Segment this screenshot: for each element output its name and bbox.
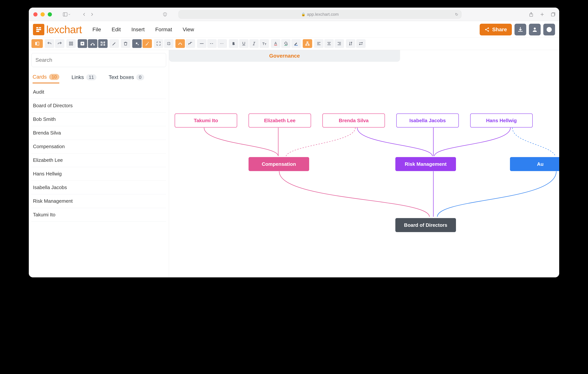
node-committee-audit[interactable]: Au — [510, 157, 559, 171]
nav-back-button[interactable] — [82, 12, 87, 17]
align-left-button[interactable] — [314, 39, 324, 48]
sort-vertical-button[interactable] — [346, 39, 355, 48]
tab-textboxes[interactable]: Text boxes 0 — [109, 74, 144, 83]
nav-forward-button[interactable] — [89, 12, 95, 17]
add-link-button[interactable] — [88, 39, 97, 48]
help-button[interactable] — [543, 24, 555, 35]
list-item[interactable]: Board of Directors — [32, 99, 166, 113]
sidebar-toggle-button[interactable] — [63, 12, 71, 17]
panel-toggle-button[interactable] — [32, 39, 43, 48]
line-dashed-button[interactable] — [207, 39, 217, 48]
tree-layout-button[interactable] — [303, 39, 312, 48]
node-board[interactable]: Board of Directors — [395, 218, 456, 232]
fill-color-button[interactable] — [281, 39, 291, 48]
card-list: Audit Board of Directors Bob Smith Brend… — [32, 85, 166, 222]
minimize-window-button[interactable] — [41, 12, 45, 16]
svg-rect-18 — [35, 42, 37, 45]
font-color-button[interactable] — [271, 39, 280, 48]
list-item[interactable]: Bob Smith — [32, 113, 166, 126]
auto-layout-button[interactable] — [132, 39, 142, 48]
refresh-button[interactable]: ↻ — [455, 12, 458, 17]
sidebar: Cards 10 Links 11 Text boxes 0 Audit Boa… — [29, 50, 169, 277]
delete-button[interactable] — [121, 39, 130, 48]
underline-button[interactable] — [239, 39, 249, 48]
line-dotted-button[interactable] — [218, 39, 227, 48]
svg-point-30 — [101, 44, 102, 45]
node-person-isabella[interactable]: Isabella Jacobs — [396, 114, 459, 128]
document-title-tab[interactable]: Governance — [169, 50, 400, 62]
border-color-button[interactable] — [291, 39, 301, 48]
share-button[interactable]: Share — [480, 24, 512, 35]
fullscreen-button[interactable] — [154, 39, 163, 48]
connector-elbow-button[interactable] — [186, 39, 195, 48]
align-right-button[interactable] — [335, 39, 344, 48]
svg-point-39 — [287, 44, 288, 45]
tabs-overview-button[interactable] — [550, 12, 556, 17]
menu-edit[interactable]: Edit — [112, 27, 121, 32]
align-center-button[interactable] — [324, 39, 334, 48]
sort-horizontal-button[interactable] — [356, 39, 366, 48]
share-page-button[interactable] — [528, 12, 534, 17]
fit-screen-button[interactable] — [164, 39, 174, 48]
node-person-brenda[interactable]: Brenda Silva — [322, 114, 385, 128]
node-committee-risk[interactable]: Risk Management — [395, 157, 456, 171]
text-size-button[interactable] — [260, 39, 269, 48]
close-window-button[interactable] — [33, 12, 38, 16]
list-item[interactable]: Isabella Jacobs — [32, 181, 166, 194]
edit-button[interactable] — [109, 39, 119, 48]
maximize-window-button[interactable] — [48, 12, 52, 16]
menu-view[interactable]: View — [183, 27, 194, 32]
add-textbox-button[interactable] — [98, 39, 108, 48]
svg-point-26 — [94, 44, 94, 45]
list-item[interactable]: Risk Management — [32, 194, 166, 208]
grid-view-button[interactable] — [66, 39, 76, 48]
menu-format[interactable]: Format — [155, 27, 172, 32]
document-title: Governance — [269, 53, 300, 59]
list-item[interactable]: Takumi Ito — [32, 208, 166, 222]
svg-rect-21 — [71, 42, 73, 43]
svg-line-37 — [254, 42, 254, 45]
app-window: 🔒 app.lexchart.com ↻ lexchart File Ed — [29, 8, 559, 277]
connector-curved-button[interactable] — [175, 39, 185, 48]
svg-point-15 — [534, 27, 536, 30]
list-item[interactable]: Audit — [32, 85, 166, 99]
window-controls — [33, 12, 52, 16]
undo-button[interactable] — [45, 39, 54, 48]
chart-canvas[interactable]: Governance Takumi Ito Elizabeth — [169, 50, 559, 277]
tab-cards[interactable]: Cards 10 — [32, 74, 59, 83]
list-item[interactable]: Brenda Silva — [32, 126, 166, 140]
svg-rect-42 — [307, 42, 308, 43]
account-button[interactable] — [529, 24, 541, 35]
download-button[interactable] — [514, 24, 526, 35]
list-item[interactable]: Compensation — [32, 140, 166, 153]
search-input[interactable] — [32, 53, 166, 67]
brand-mark-icon — [33, 24, 44, 35]
url-bar[interactable]: 🔒 app.lexchart.com ↻ — [178, 10, 462, 19]
tab-links[interactable]: Links 11 — [71, 74, 96, 83]
line-solid-button[interactable] — [197, 39, 207, 48]
italic-button[interactable] — [249, 39, 259, 48]
header-actions: Share — [480, 24, 555, 35]
menu-file[interactable]: File — [93, 27, 101, 32]
svg-point-17 — [549, 31, 550, 31]
redo-button[interactable] — [55, 39, 64, 48]
lock-icon: 🔒 — [301, 12, 305, 16]
brand-logo[interactable]: lexchart — [33, 23, 82, 36]
brand-name: lexchart — [46, 23, 82, 36]
new-tab-button[interactable] — [539, 12, 545, 17]
svg-rect-43 — [305, 44, 307, 45]
privacy-shield-icon[interactable] — [163, 12, 168, 17]
node-person-elizabeth[interactable]: Elizabeth Lee — [249, 114, 311, 128]
bold-button[interactable] — [229, 39, 238, 48]
sidebar-tabs: Cards 10 Links 11 Text boxes 0 — [32, 74, 166, 83]
connectors-layer — [169, 50, 559, 277]
add-card-button[interactable] — [78, 39, 87, 48]
node-committee-compensation[interactable]: Compensation — [249, 157, 309, 171]
menu-insert[interactable]: Insert — [131, 27, 145, 32]
list-item[interactable]: Elizabeth Lee — [32, 153, 166, 167]
node-person-hans[interactable]: Hans Hellwig — [470, 114, 533, 128]
magic-wand-button[interactable] — [142, 39, 152, 48]
svg-rect-19 — [37, 42, 39, 45]
node-person-takumi[interactable]: Takumi Ito — [175, 114, 237, 128]
list-item[interactable]: Hans Hellwig — [32, 167, 166, 181]
